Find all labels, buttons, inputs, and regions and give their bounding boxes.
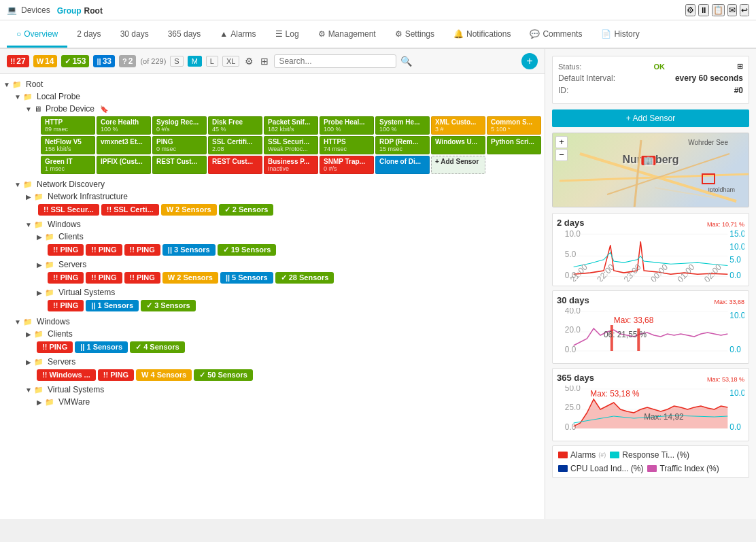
email-tool-btn[interactable]: ✉ (727, 4, 737, 16)
sensor-restcust1[interactable]: REST Cust... (152, 156, 207, 174)
warning-badge[interactable]: W 14 (33, 55, 58, 67)
sensor-corehealth[interactable]: Core Health100 % (97, 116, 151, 135)
sensor-businessp[interactable]: Business P...Inactive (264, 156, 318, 174)
netdisc-expand[interactable]: ▼ (14, 181, 22, 188)
windows1-label[interactable]: Windows (45, 219, 84, 230)
virtual2-label[interactable]: Virtual Systems (45, 384, 107, 395)
ok-badge[interactable]: ✓ 153 (61, 55, 89, 67)
servers2-expand[interactable]: ▶ (24, 358, 33, 366)
clients2-pause[interactable]: || 1 Sensors (75, 341, 128, 353)
servers2-ok[interactable]: ✓ 50 Sensors (194, 369, 253, 381)
servers1-label[interactable]: Servers (56, 259, 89, 270)
tab-2days[interactable]: 2 days (67, 22, 110, 48)
clients2-ok[interactable]: ✓ 4 Sensors (130, 341, 185, 353)
root-label[interactable]: Root (23, 79, 46, 90)
servers1-ping3[interactable]: !! PING (124, 272, 160, 284)
tab-comments[interactable]: 💬 Comments (520, 22, 591, 48)
windows2-expand[interactable]: ▼ (14, 318, 22, 326)
clients1-pause[interactable]: || 3 Sensors (162, 244, 216, 256)
unknown-badge[interactable]: ? 2 (119, 55, 136, 67)
chart-365days-area[interactable]: 50.0 25.0 0.0 10.0 0.0 Max: 53,18 % (557, 386, 744, 437)
localprobe-expand[interactable]: ▼ (14, 93, 22, 101)
clients2-expand[interactable]: ▶ (24, 331, 33, 338)
search-input[interactable] (274, 54, 396, 68)
servers2-label[interactable]: Servers (45, 356, 78, 367)
sensor-netflow[interactable]: NetFlow V5156 kbit/s (41, 136, 95, 154)
servers1-ping2[interactable]: !! PING (86, 272, 122, 284)
servers2-ping[interactable]: !! PING (98, 369, 134, 381)
status-settings-btn[interactable]: ⊞ (737, 62, 743, 71)
sensor-xmlcustom[interactable]: XML Custo...3 # (431, 116, 485, 135)
clients1-ping1[interactable]: !! PING (48, 244, 84, 256)
root-expand[interactable]: ▼ (3, 81, 11, 88)
add-btn[interactable]: + (521, 53, 538, 69)
zoom-in-btn[interactable]: + (555, 136, 568, 148)
size-s-btn[interactable]: S (170, 56, 183, 67)
size-m-btn[interactable]: M (188, 56, 202, 67)
virtual1-label[interactable]: Virtual Systems (56, 287, 118, 298)
sensor-syshealth[interactable]: System He...100 % (375, 116, 430, 135)
sensor-rdp[interactable]: RDP (Rem...15 msec (375, 136, 430, 154)
filter-settings-btn[interactable]: ⚙ (243, 54, 255, 68)
settings-tool-btn[interactable]: ⚙ (685, 4, 695, 16)
servers1-ping1[interactable]: !! PING (48, 272, 84, 284)
servers2-win[interactable]: !! Windows ... (37, 369, 96, 381)
tab-overview[interactable]: ○ Overview (7, 22, 67, 48)
sensor-sslsec[interactable]: SSL Securi...Weak Protoc... (264, 136, 318, 154)
pause-tool-btn[interactable]: ⏸ (698, 4, 709, 16)
netinfra-badge-4[interactable]: ✓ 2 Sensors (219, 204, 274, 216)
tab-log[interactable]: ☰ Log (266, 22, 309, 48)
sensor-http[interactable]: HTTP89 msec (41, 116, 95, 135)
netinfra-badge-2[interactable]: !! SSL Certi... (101, 204, 159, 216)
clients2-ping[interactable]: !! PING (37, 341, 73, 353)
windows1-expand[interactable]: ▼ (24, 221, 33, 228)
sensor-ipfix[interactable]: IPFIX (Cust... (97, 156, 151, 174)
sensor-https[interactable]: HTTPS74 msec (320, 136, 374, 154)
servers2-warn[interactable]: W 4 Sensors (136, 369, 192, 381)
clients1-ping2[interactable]: !! PING (86, 244, 122, 256)
grid-view-btn[interactable]: ⊞ (259, 54, 270, 68)
vmware-expand[interactable]: ▶ (35, 399, 44, 406)
clients2-label[interactable]: Clients (45, 328, 75, 339)
tab-notifications[interactable]: 🔔 Notifications (444, 22, 520, 48)
clients1-ping3[interactable]: !! PING (124, 244, 160, 256)
probedevice-label[interactable]: Probe Device (43, 103, 97, 114)
servers1-pause[interactable]: || 5 Sensors (220, 272, 273, 284)
sensor-probehealth[interactable]: Probe Heal...100 % (320, 116, 374, 135)
netinfra-expand[interactable]: ▶ (24, 193, 33, 201)
tab-30days[interactable]: 30 days (111, 22, 158, 48)
size-l-btn[interactable]: L (206, 56, 218, 67)
sensor-packetsniffer[interactable]: Packet Snif...182 kbit/s (264, 116, 318, 135)
sensor-common[interactable]: Common S...5 100 * (487, 116, 541, 135)
sensor-winupdate[interactable]: Windows U... (431, 136, 485, 154)
netinfra-badge-1[interactable]: !! SSL Secur... (38, 204, 99, 216)
clients1-ok[interactable]: ✓ 19 Sensors (218, 244, 277, 256)
chart-30days-area[interactable]: 40.0 20.0 0.0 10.0 0.0 Max: 33,68 06: 21… (557, 308, 744, 359)
clients1-expand[interactable]: ▶ (35, 233, 44, 241)
netdisc-label[interactable]: Network Discovery (34, 179, 107, 190)
size-xl-btn[interactable]: XL (222, 56, 239, 67)
servers1-warn[interactable]: W 2 Sensors (162, 272, 218, 284)
back-tool-btn[interactable]: ↩ (740, 4, 749, 16)
virtual1-pause[interactable]: || 1 Sensors (86, 300, 139, 311)
zoom-out-btn[interactable]: − (555, 149, 568, 161)
error-badge[interactable]: !! 27 (7, 55, 29, 67)
sensor-syslog[interactable]: Syslog Rec...0 #/s (152, 116, 207, 135)
sensor-clonedi[interactable]: Clone of Di... (375, 156, 430, 174)
sensor-snmptrap[interactable]: SNMP Trap...0 #/s (320, 156, 374, 174)
sensor-greenit[interactable]: Green IT1 msec (41, 156, 95, 174)
sensor-diskfree[interactable]: Disk Free45 % (208, 116, 262, 135)
sensor-python[interactable]: Python Scri... (487, 136, 541, 154)
tab-365days[interactable]: 365 days (158, 22, 211, 48)
sensor-restcust2[interactable]: REST Cust... (208, 156, 262, 174)
sensor-sslcert[interactable]: SSL Certifi...2.08 (208, 136, 262, 154)
clients1-label[interactable]: Clients (56, 231, 86, 242)
add-sensor-btn[interactable]: + Add Sensor (552, 109, 749, 127)
localprobe-label[interactable]: Local Probe (34, 91, 83, 102)
servers1-ok[interactable]: ✓ 28 Sensors (275, 272, 334, 284)
paused-badge[interactable]: || 33 (93, 55, 115, 67)
netinfra-badge-3[interactable]: W 2 Sensors (161, 204, 217, 216)
add-sensor-tile[interactable]: + Add Sensor (431, 156, 485, 174)
sensor-ping[interactable]: PING0 msec (152, 136, 207, 154)
virtual1-ping[interactable]: !! PING (48, 300, 84, 311)
